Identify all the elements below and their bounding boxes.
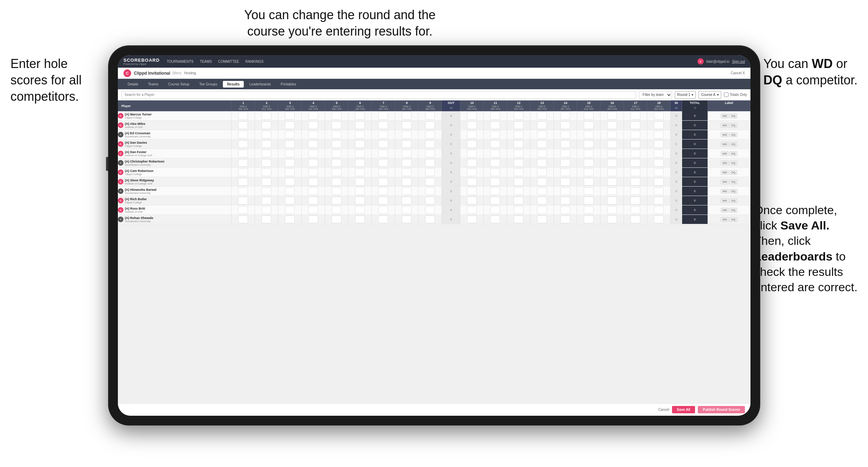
score-input-h14-p7[interactable] bbox=[560, 178, 570, 186]
score-input-h1-p3[interactable] bbox=[238, 140, 248, 148]
score-input-h13-p7[interactable] bbox=[537, 178, 547, 186]
score-input-h8-p8[interactable] bbox=[402, 187, 412, 195]
dq-button-2[interactable]: DQ bbox=[730, 133, 737, 137]
tab-details[interactable]: Details bbox=[123, 81, 143, 88]
score-input-h17-p0[interactable] bbox=[631, 112, 640, 120]
score-input-h12-p4[interactable] bbox=[514, 150, 523, 157]
score-input-h17-p7[interactable] bbox=[631, 178, 640, 186]
score-input-h17-p6[interactable] bbox=[631, 168, 640, 176]
score-input-h5-p6[interactable] bbox=[332, 168, 341, 176]
score-input-h11-p8[interactable] bbox=[490, 187, 500, 195]
score-input-h15-p6[interactable] bbox=[584, 168, 594, 176]
tab-printables[interactable]: Printables bbox=[277, 81, 300, 88]
score-input-h3-p9[interactable] bbox=[285, 197, 295, 204]
dq-button-0[interactable]: DQ bbox=[730, 114, 737, 118]
score-input-h17-p1[interactable] bbox=[631, 121, 640, 129]
score-input-h18-p1[interactable] bbox=[654, 121, 664, 129]
dq-button-8[interactable]: DQ bbox=[730, 189, 737, 194]
score-input-h16-p2[interactable] bbox=[607, 131, 617, 138]
score-input-h13-p10[interactable] bbox=[537, 206, 547, 214]
score-input-h10-p10[interactable] bbox=[467, 206, 477, 214]
score-input-h12-p11[interactable] bbox=[514, 216, 523, 223]
score-input-h2-p6[interactable] bbox=[262, 168, 271, 176]
wd-button-11[interactable]: WD bbox=[721, 217, 729, 222]
score-input-h6-p8[interactable] bbox=[355, 187, 365, 195]
score-input-h7-p8[interactable] bbox=[378, 187, 388, 195]
dq-button-6[interactable]: DQ bbox=[730, 170, 737, 175]
score-input-h6-p1[interactable] bbox=[355, 121, 365, 129]
score-input-h10-p11[interactable] bbox=[467, 216, 477, 223]
score-input-h15-p10[interactable] bbox=[584, 206, 594, 214]
score-input-h18-p10[interactable] bbox=[654, 206, 664, 214]
score-input-h13-p2[interactable] bbox=[537, 131, 547, 138]
score-input-h15-p0[interactable] bbox=[584, 112, 594, 120]
score-input-h3-p1[interactable] bbox=[285, 121, 295, 129]
score-input-h2-p1[interactable] bbox=[262, 121, 271, 129]
score-input-h18-p0[interactable] bbox=[654, 112, 664, 120]
score-input-h13-p11[interactable] bbox=[537, 216, 547, 223]
score-input-h3-p0[interactable] bbox=[285, 112, 295, 120]
score-input-h5-p1[interactable] bbox=[332, 121, 341, 129]
score-input-h8-p10[interactable] bbox=[402, 206, 412, 214]
score-input-h6-p7[interactable] bbox=[355, 178, 365, 186]
score-input-h15-p1[interactable] bbox=[584, 121, 594, 129]
score-input-h9-p5[interactable] bbox=[425, 159, 435, 167]
course-select[interactable]: Course A ▾ bbox=[699, 91, 721, 99]
score-input-h4-p5[interactable] bbox=[308, 159, 318, 167]
score-input-h2-p3[interactable] bbox=[262, 140, 271, 148]
score-input-h7-p6[interactable] bbox=[378, 168, 388, 176]
score-input-h3-p10[interactable] bbox=[285, 206, 295, 214]
score-input-h4-p7[interactable] bbox=[308, 178, 318, 186]
score-input-h13-p0[interactable] bbox=[537, 112, 547, 120]
score-input-h6-p2[interactable] bbox=[355, 131, 365, 138]
tab-course-setup[interactable]: Course Setup bbox=[164, 81, 194, 88]
score-input-h2-p7[interactable] bbox=[262, 178, 271, 186]
score-input-h4-p6[interactable] bbox=[308, 168, 318, 176]
score-input-h13-p9[interactable] bbox=[537, 197, 547, 204]
score-input-h16-p9[interactable] bbox=[607, 197, 617, 204]
score-input-h1-p11[interactable] bbox=[238, 216, 248, 223]
score-input-h13-p8[interactable] bbox=[537, 187, 547, 195]
score-input-h4-p11[interactable] bbox=[308, 216, 318, 223]
score-input-h9-p9[interactable] bbox=[425, 197, 435, 204]
score-input-h3-p5[interactable] bbox=[285, 159, 295, 167]
score-input-h13-p1[interactable] bbox=[537, 121, 547, 129]
wd-button-7[interactable]: WD bbox=[721, 180, 729, 184]
score-input-h18-p5[interactable] bbox=[654, 159, 664, 167]
wd-button-4[interactable]: WD bbox=[721, 151, 729, 156]
score-input-h16-p8[interactable] bbox=[607, 187, 617, 195]
score-input-h1-p2[interactable] bbox=[238, 131, 248, 138]
score-input-h18-p6[interactable] bbox=[654, 168, 664, 176]
score-input-h7-p1[interactable] bbox=[378, 121, 388, 129]
score-input-h8-p5[interactable] bbox=[402, 159, 412, 167]
score-input-h3-p11[interactable] bbox=[285, 216, 295, 223]
score-input-h3-p8[interactable] bbox=[285, 187, 295, 195]
score-input-h6-p4[interactable] bbox=[355, 150, 365, 157]
score-input-h7-p10[interactable] bbox=[378, 206, 388, 214]
score-input-h16-p4[interactable] bbox=[607, 150, 617, 157]
score-input-h11-p4[interactable] bbox=[490, 150, 500, 157]
cancel-tournament[interactable]: Cancel X bbox=[731, 71, 745, 75]
score-input-h3-p2[interactable] bbox=[285, 131, 295, 138]
round-select[interactable]: Round 1 ▾ bbox=[675, 91, 696, 99]
score-input-h11-p3[interactable] bbox=[490, 140, 500, 148]
score-input-h9-p4[interactable] bbox=[425, 150, 435, 157]
score-input-h15-p5[interactable] bbox=[584, 159, 594, 167]
score-input-h9-p2[interactable] bbox=[425, 131, 435, 138]
score-input-h17-p8[interactable] bbox=[631, 187, 640, 195]
score-input-h4-p4[interactable] bbox=[308, 150, 318, 157]
dq-button-5[interactable]: DQ bbox=[730, 161, 737, 165]
score-input-h16-p10[interactable] bbox=[607, 206, 617, 214]
score-input-h13-p3[interactable] bbox=[537, 140, 547, 148]
score-input-h7-p3[interactable] bbox=[378, 140, 388, 148]
score-input-h3-p7[interactable] bbox=[285, 178, 295, 186]
score-input-h6-p9[interactable] bbox=[355, 197, 365, 204]
cancel-button[interactable]: Cancel bbox=[658, 408, 669, 412]
score-input-h2-p10[interactable] bbox=[262, 206, 271, 214]
dq-button-7[interactable]: DQ bbox=[730, 180, 737, 184]
score-input-h2-p0[interactable] bbox=[262, 112, 271, 120]
score-input-h6-p10[interactable] bbox=[355, 206, 365, 214]
score-input-h11-p2[interactable] bbox=[490, 131, 500, 138]
score-input-h5-p7[interactable] bbox=[332, 178, 341, 186]
score-input-h6-p3[interactable] bbox=[355, 140, 365, 148]
